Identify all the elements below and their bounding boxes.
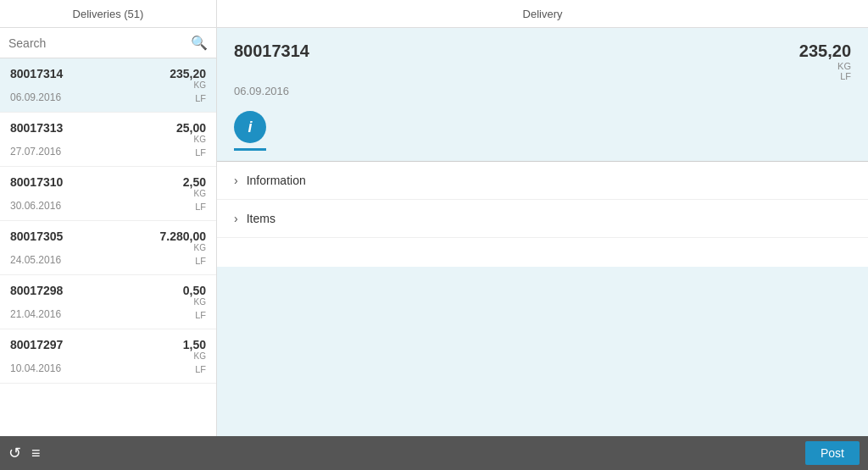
list-item-id: 80017298 <box>10 284 63 297</box>
list-item-unit: KG <box>160 243 207 252</box>
list-item[interactable]: 80017305 7.280,00 KG 24.05.2016 LF <box>0 221 216 275</box>
detail-date: 06.09.2016 <box>234 85 851 97</box>
search-input[interactable] <box>8 36 191 50</box>
list-item-amount-block: 0,50 KG <box>183 284 206 307</box>
detail-empty-area <box>217 267 868 436</box>
list-item-flag: LF <box>195 147 206 158</box>
left-panel-title: Deliveries (51) <box>0 0 217 27</box>
list-item-amount: 25,00 <box>176 121 206 135</box>
list-icon[interactable]: ≡ <box>31 445 41 462</box>
detail-flag: LF <box>799 71 851 81</box>
list-item-unit: KG <box>170 80 206 90</box>
right-panel: 80017314 235,20 KG LF 06.09.2016 i › In <box>217 28 868 436</box>
list-item-unit: KG <box>176 135 206 144</box>
right-panel-title: Delivery <box>217 0 868 27</box>
info-circle-button[interactable]: i <box>234 111 266 143</box>
list-item-amount-block: 25,00 KG <box>176 121 206 144</box>
top-bar: Deliveries (51) Delivery <box>0 0 868 28</box>
list-item-amount-block: 7.280,00 KG <box>160 229 207 252</box>
list-item-amount: 2,50 <box>183 175 206 189</box>
list-item-flag: LF <box>195 202 206 212</box>
list-item-amount: 1,50 <box>183 338 206 351</box>
list-item-date: 21.04.2016 <box>10 308 61 320</box>
refresh-icon[interactable]: ↺ <box>8 444 21 462</box>
section-row[interactable]: › Items <box>217 200 868 238</box>
list-item-amount-block: 1,50 KG <box>183 338 206 361</box>
post-button[interactable]: Post <box>805 441 860 465</box>
list-item-unit: KG <box>183 189 206 198</box>
detail-sections: › Information › Items <box>217 162 868 267</box>
list-item-id: 80017313 <box>10 121 63 135</box>
list-item-date: 10.04.2016 <box>10 362 61 374</box>
list-item-date: 27.07.2016 <box>10 146 61 158</box>
list-item-flag: LF <box>195 310 206 320</box>
bottom-bar-left: ↺ ≡ <box>8 444 41 462</box>
info-icon: i <box>248 119 252 136</box>
list-item-date: 06.09.2016 <box>10 91 61 103</box>
detail-amount: 235,20 <box>799 41 851 60</box>
list-item-flag: LF <box>195 364 206 374</box>
list-item-amount: 235,20 <box>170 67 206 80</box>
list-item-date: 24.05.2016 <box>10 254 61 266</box>
list-item-id: 80017314 <box>10 67 63 80</box>
list-item[interactable]: 80017298 0,50 KG 21.04.2016 LF <box>0 275 216 329</box>
section-label: Items <box>247 212 275 225</box>
list-item[interactable]: 80017314 235,20 KG 06.09.2016 LF <box>0 58 216 113</box>
list-item-amount: 7.280,00 <box>160 229 207 243</box>
tab-underline <box>234 148 266 151</box>
detail-icon-row: i <box>234 111 851 151</box>
bottom-bar: ↺ ≡ Post <box>0 436 868 470</box>
list-item-flag: LF <box>195 93 206 103</box>
search-bar[interactable]: 🔍 <box>0 28 216 58</box>
search-icon: 🔍 <box>191 35 208 51</box>
detail-id: 80017314 <box>234 41 309 61</box>
list-item-id: 80017305 <box>10 229 63 243</box>
list-item-flag: LF <box>195 256 206 266</box>
list-item[interactable]: 80017310 2,50 KG 30.06.2016 LF <box>0 167 216 221</box>
list-item-amount-block: 2,50 KG <box>183 175 206 198</box>
delivery-title: Delivery <box>523 8 563 20</box>
list-item[interactable]: 80017297 1,50 KG 10.04.2016 LF <box>0 329 216 384</box>
detail-unit: KG <box>799 61 851 71</box>
detail-amount-block: 235,20 KG LF <box>799 41 851 81</box>
list-item-amount: 0,50 <box>183 284 206 297</box>
main-content: 🔍 80017314 235,20 KG 06.09.2016 LF 80017… <box>0 28 868 436</box>
left-panel: 🔍 80017314 235,20 KG 06.09.2016 LF 80017… <box>0 28 217 436</box>
list-item-unit: KG <box>183 297 206 307</box>
chevron-right-icon: › <box>234 212 238 225</box>
list-item-amount-block: 235,20 KG <box>170 67 206 90</box>
list-item-id: 80017297 <box>10 338 63 351</box>
section-row[interactable]: › Information <box>217 162 868 200</box>
deliveries-title: Deliveries (51) <box>73 8 144 20</box>
list-item[interactable]: 80017313 25,00 KG 27.07.2016 LF <box>0 113 216 167</box>
list-item-unit: KG <box>183 351 206 361</box>
list-item-id: 80017310 <box>10 175 63 189</box>
delivery-list: 80017314 235,20 KG 06.09.2016 LF 8001731… <box>0 58 216 436</box>
chevron-right-icon: › <box>234 174 238 187</box>
section-label: Information <box>247 174 306 187</box>
detail-header: 80017314 235,20 KG LF 06.09.2016 i <box>217 28 868 162</box>
list-item-date: 30.06.2016 <box>10 200 61 212</box>
